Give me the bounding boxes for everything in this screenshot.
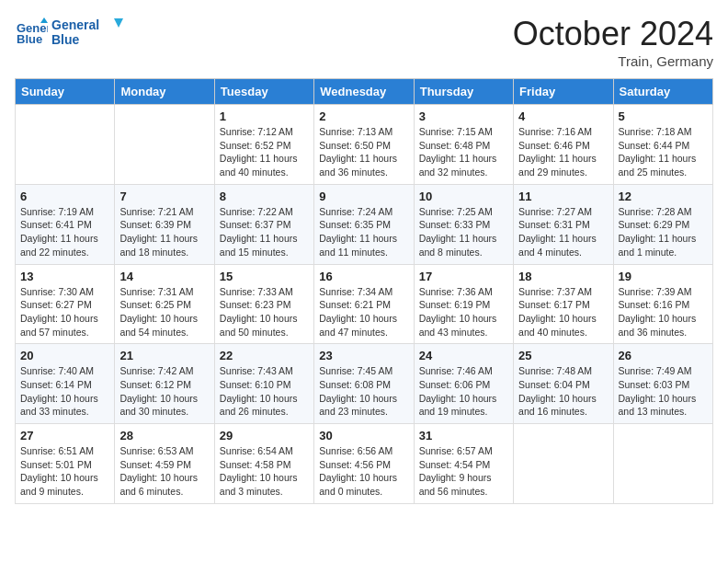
day-number: 31 — [419, 429, 508, 442]
cell-1-6: 12 Sunrise: 7:28 AMSunset: 6:29 PMDaylig… — [613, 184, 712, 264]
day-info: Sunrise: 7:40 AMSunset: 6:14 PMDaylight:… — [20, 364, 109, 419]
header-tuesday: Tuesday — [214, 79, 313, 105]
header-sunday: Sunday — [16, 79, 115, 105]
day-info: Sunrise: 7:28 AMSunset: 6:29 PMDaylight:… — [619, 205, 708, 259]
day-info: Sunrise: 6:57 AMSunset: 4:54 PMDaylight:… — [419, 444, 508, 499]
cell-3-1: 21 Sunrise: 7:42 AMSunset: 6:12 PMDaylig… — [115, 344, 214, 424]
cell-1-1: 7 Sunrise: 7:21 AMSunset: 6:39 PMDayligh… — [115, 184, 214, 264]
day-info: Sunrise: 7:18 AMSunset: 6:44 PMDaylight:… — [619, 125, 708, 179]
day-info: Sunrise: 7:19 AMSunset: 6:41 PMDaylight:… — [20, 205, 109, 259]
day-info: Sunrise: 7:21 AMSunset: 6:39 PMDaylight:… — [119, 205, 209, 259]
day-info: Sunrise: 7:27 AMSunset: 6:31 PMDaylight:… — [518, 205, 608, 259]
cell-4-2: 29 Sunrise: 6:54 AMSunset: 4:58 PMDaylig… — [214, 424, 313, 504]
calendar-header-row: Sunday Monday Tuesday Wednesday Thursday… — [16, 79, 713, 105]
day-number: 19 — [619, 270, 708, 283]
day-number: 2 — [319, 109, 408, 123]
day-info: Sunrise: 7:34 AMSunset: 6:21 PMDaylight:… — [319, 285, 408, 339]
day-info: Sunrise: 6:56 AMSunset: 4:56 PMDaylight:… — [319, 444, 408, 499]
cell-4-4: 31 Sunrise: 6:57 AMSunset: 4:54 PMDaylig… — [414, 424, 513, 504]
cell-0-5: 4 Sunrise: 7:16 AMSunset: 6:46 PMDayligh… — [514, 105, 613, 185]
day-number: 27 — [20, 429, 109, 442]
cell-0-0 — [16, 105, 115, 185]
day-number: 13 — [20, 270, 109, 283]
cell-0-1 — [115, 105, 214, 185]
day-info: Sunrise: 7:46 AMSunset: 6:06 PMDaylight:… — [419, 364, 508, 419]
day-number: 3 — [419, 109, 508, 123]
day-number: 21 — [119, 349, 209, 362]
cell-3-6: 26 Sunrise: 7:49 AMSunset: 6:03 PMDaylig… — [613, 344, 712, 424]
header-friday: Friday — [514, 79, 613, 105]
day-number: 11 — [518, 190, 608, 203]
cell-2-0: 13 Sunrise: 7:30 AMSunset: 6:27 PMDaylig… — [16, 264, 115, 344]
day-info: Sunrise: 7:45 AMSunset: 6:08 PMDaylight:… — [319, 364, 408, 419]
day-info: Sunrise: 7:39 AMSunset: 6:16 PMDaylight:… — [619, 285, 708, 339]
day-number: 16 — [319, 270, 408, 283]
day-info: Sunrise: 7:22 AMSunset: 6:37 PMDaylight:… — [220, 205, 309, 259]
day-number: 30 — [319, 429, 408, 442]
cell-2-3: 16 Sunrise: 7:34 AMSunset: 6:21 PMDaylig… — [314, 264, 414, 344]
day-info: Sunrise: 7:16 AMSunset: 6:46 PMDaylight:… — [518, 125, 608, 179]
day-number: 8 — [220, 190, 309, 203]
day-number: 20 — [20, 349, 109, 362]
day-number: 24 — [419, 349, 508, 362]
cell-4-0: 27 Sunrise: 6:51 AMSunset: 5:01 PMDaylig… — [16, 424, 115, 504]
day-number: 4 — [518, 109, 608, 123]
cell-1-3: 9 Sunrise: 7:24 AMSunset: 6:35 PMDayligh… — [314, 184, 414, 264]
day-number: 7 — [119, 190, 209, 203]
cell-2-1: 14 Sunrise: 7:31 AMSunset: 6:25 PMDaylig… — [115, 264, 214, 344]
header-monday: Monday — [115, 79, 214, 105]
svg-text:Blue: Blue — [51, 32, 80, 47]
day-info: Sunrise: 7:37 AMSunset: 6:17 PMDaylight:… — [518, 285, 608, 339]
week-row-4: 20 Sunrise: 7:40 AMSunset: 6:14 PMDaylig… — [16, 344, 713, 424]
svg-text:General: General — [51, 17, 99, 32]
cell-0-6: 5 Sunrise: 7:18 AMSunset: 6:44 PMDayligh… — [613, 105, 712, 185]
page-header: General Blue General Blue October 2024 T… — [15, 15, 713, 69]
cell-1-2: 8 Sunrise: 7:22 AMSunset: 6:37 PMDayligh… — [214, 184, 313, 264]
cell-0-3: 2 Sunrise: 7:13 AMSunset: 6:50 PMDayligh… — [314, 105, 414, 185]
cell-2-2: 15 Sunrise: 7:33 AMSunset: 6:23 PMDaylig… — [214, 264, 313, 344]
day-info: Sunrise: 7:31 AMSunset: 6:25 PMDaylight:… — [119, 285, 209, 339]
week-row-3: 13 Sunrise: 7:30 AMSunset: 6:27 PMDaylig… — [16, 264, 713, 344]
cell-3-0: 20 Sunrise: 7:40 AMSunset: 6:14 PMDaylig… — [16, 344, 115, 424]
week-row-2: 6 Sunrise: 7:19 AMSunset: 6:41 PMDayligh… — [16, 184, 713, 264]
header-saturday: Saturday — [613, 79, 712, 105]
day-number: 5 — [619, 109, 708, 123]
cell-1-0: 6 Sunrise: 7:19 AMSunset: 6:41 PMDayligh… — [16, 184, 115, 264]
cell-1-4: 10 Sunrise: 7:25 AMSunset: 6:33 PMDaylig… — [414, 184, 513, 264]
title-area: October 2024 Train, Germany — [513, 15, 713, 69]
day-info: Sunrise: 7:43 AMSunset: 6:10 PMDaylight:… — [220, 364, 309, 419]
day-number: 6 — [20, 190, 109, 203]
day-number: 26 — [619, 349, 708, 362]
day-number: 17 — [419, 270, 508, 283]
day-info: Sunrise: 7:24 AMSunset: 6:35 PMDaylight:… — [319, 205, 408, 259]
day-number: 14 — [119, 270, 209, 283]
day-number: 15 — [220, 270, 309, 283]
cell-4-6 — [613, 424, 712, 504]
svg-marker-2 — [40, 17, 48, 23]
day-number: 12 — [619, 190, 708, 203]
header-thursday: Thursday — [414, 79, 513, 105]
day-number: 1 — [220, 109, 309, 123]
logo-text: General Blue — [51, 15, 125, 50]
day-number: 9 — [319, 190, 408, 203]
cell-3-4: 24 Sunrise: 7:46 AMSunset: 6:06 PMDaylig… — [414, 344, 513, 424]
cell-0-2: 1 Sunrise: 7:12 AMSunset: 6:52 PMDayligh… — [214, 105, 313, 185]
day-info: Sunrise: 6:51 AMSunset: 5:01 PMDaylight:… — [20, 444, 109, 499]
day-info: Sunrise: 7:13 AMSunset: 6:50 PMDaylight:… — [319, 125, 408, 179]
cell-4-3: 30 Sunrise: 6:56 AMSunset: 4:56 PMDaylig… — [314, 424, 414, 504]
cell-3-2: 22 Sunrise: 7:43 AMSunset: 6:10 PMDaylig… — [214, 344, 313, 424]
day-number: 10 — [419, 190, 508, 203]
svg-marker-5 — [114, 18, 123, 28]
cell-2-6: 19 Sunrise: 7:39 AMSunset: 6:16 PMDaylig… — [613, 264, 712, 344]
cell-2-5: 18 Sunrise: 7:37 AMSunset: 6:17 PMDaylig… — [514, 264, 613, 344]
cell-4-5 — [514, 424, 613, 504]
day-info: Sunrise: 7:33 AMSunset: 6:23 PMDaylight:… — [220, 285, 309, 339]
calendar-table: Sunday Monday Tuesday Wednesday Thursday… — [15, 78, 713, 504]
cell-3-3: 23 Sunrise: 7:45 AMSunset: 6:08 PMDaylig… — [314, 344, 414, 424]
day-info: Sunrise: 7:25 AMSunset: 6:33 PMDaylight:… — [419, 205, 508, 259]
cell-1-5: 11 Sunrise: 7:27 AMSunset: 6:31 PMDaylig… — [514, 184, 613, 264]
day-info: Sunrise: 7:49 AMSunset: 6:03 PMDaylight:… — [619, 364, 708, 419]
week-row-1: 1 Sunrise: 7:12 AMSunset: 6:52 PMDayligh… — [16, 105, 713, 185]
day-info: Sunrise: 7:48 AMSunset: 6:04 PMDaylight:… — [518, 364, 608, 419]
day-info: Sunrise: 6:53 AMSunset: 4:59 PMDaylight:… — [119, 444, 209, 499]
